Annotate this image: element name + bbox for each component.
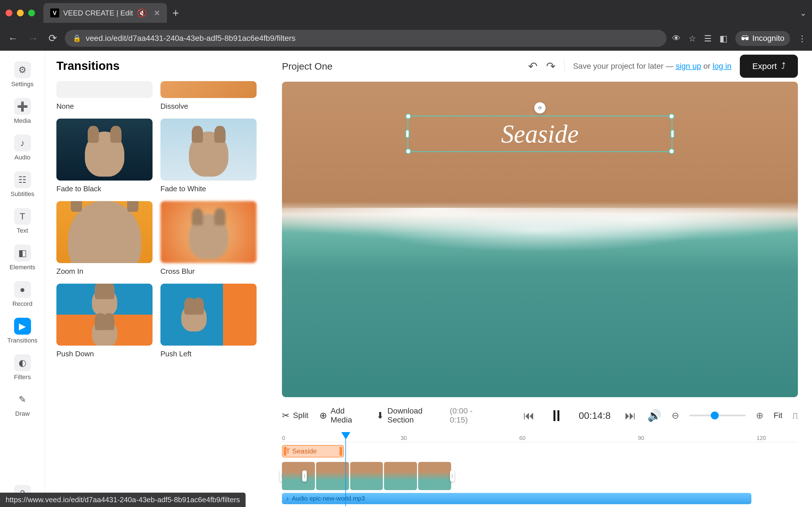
- video-clip-segment[interactable]: [316, 462, 349, 490]
- timeline[interactable]: 0 30 60 90 120 T Seaside | |: [268, 428, 812, 507]
- sidebar-item-audio[interactable]: ♪ Audio: [0, 129, 45, 166]
- clip-handle-right[interactable]: [340, 447, 342, 456]
- incognito-badge[interactable]: 🕶 Incognito: [735, 31, 790, 46]
- transition-cross-blur[interactable]: Cross Blur: [160, 201, 257, 276]
- resize-handle-tr[interactable]: [669, 114, 674, 119]
- fit-button[interactable]: Fit: [774, 411, 782, 420]
- transition-push-left[interactable]: Push Left: [160, 284, 257, 358]
- tab-title: VEED CREATE | Edit: [63, 9, 133, 17]
- transitions-icon: ▶: [14, 318, 31, 335]
- sidebar-label: Text: [17, 227, 28, 234]
- mute-tab-icon[interactable]: 🔇: [137, 8, 147, 18]
- new-tab-button[interactable]: +: [172, 7, 179, 19]
- side-panel-icon[interactable]: ◧: [719, 34, 727, 43]
- transition-thumb: [160, 81, 257, 98]
- reading-list-icon[interactable]: ☰: [704, 34, 712, 43]
- address-bar[interactable]: 🔒 veed.io/edit/d7aa4431-240a-43eb-adf5-8…: [65, 30, 666, 47]
- sidebar-item-draw[interactable]: ✎ Draw: [0, 386, 45, 422]
- video-clip-handle[interactable]: |: [302, 470, 307, 482]
- skip-back-button[interactable]: ⏮: [523, 409, 535, 422]
- export-button[interactable]: Export ⤴: [740, 55, 798, 78]
- transition-fade-black[interactable]: Fade to Black: [56, 119, 153, 193]
- sidebar-item-text[interactable]: T Text: [0, 203, 45, 239]
- transition-fade-white[interactable]: Fade to White: [160, 119, 257, 193]
- incognito-label: Incognito: [752, 34, 784, 43]
- sidebar-item-elements[interactable]: ◧ Elements: [0, 239, 45, 276]
- download-section-button[interactable]: ⬇ Download Section (0:00 - 0:15): [376, 406, 490, 425]
- resize-handle-mr[interactable]: [670, 129, 674, 138]
- subtitles-icon: ☷: [14, 171, 31, 188]
- forward-button[interactable]: →: [26, 30, 41, 47]
- scissors-icon: ✂: [282, 410, 290, 421]
- video-clip-handle-end[interactable]: |: [450, 470, 455, 482]
- video-clip-segment[interactable]: [282, 462, 315, 490]
- transition-dissolve[interactable]: Dissolve: [160, 81, 257, 111]
- close-tab-icon[interactable]: ✕: [154, 8, 160, 18]
- reload-button[interactable]: ⟳: [46, 30, 59, 47]
- sidebar-item-filters[interactable]: ◐ Filters: [0, 349, 45, 386]
- signup-link[interactable]: sign up: [676, 62, 701, 70]
- bookmark-icon[interactable]: ☆: [689, 34, 696, 43]
- split-button[interactable]: ✂ Split: [282, 410, 308, 421]
- sidebar-item-settings[interactable]: ⚙ Settings: [0, 56, 45, 93]
- resize-handle-bl[interactable]: [405, 149, 411, 154]
- zoom-in-button[interactable]: ⊕: [756, 410, 763, 421]
- text-overlay-frame[interactable]: ⟳ Seaside: [407, 115, 672, 152]
- undo-button[interactable]: ↶: [528, 60, 538, 73]
- transition-push-down[interactable]: Push Down: [56, 284, 153, 358]
- filters-icon: ◐: [14, 354, 31, 371]
- redo-button[interactable]: ↷: [546, 60, 556, 73]
- volume-button[interactable]: 🔊: [647, 409, 661, 422]
- sidebar-item-subtitles[interactable]: ☷ Subtitles: [0, 166, 45, 203]
- resize-handle-br[interactable]: [669, 149, 674, 154]
- video-clip-segment[interactable]: [350, 462, 383, 490]
- sidebar-item-record[interactable]: ● Record: [0, 276, 45, 313]
- zoom-slider-thumb[interactable]: [711, 411, 719, 419]
- transition-zoom-in[interactable]: Zoom In: [56, 201, 153, 276]
- transition-label: Cross Blur: [160, 267, 257, 276]
- clip-handle-left[interactable]: [284, 447, 287, 456]
- sidebar-label: Settings: [11, 80, 34, 88]
- menu-icon[interactable]: ⋮: [798, 34, 806, 43]
- add-media-button[interactable]: ⊕ Add Media: [319, 406, 365, 425]
- video-track[interactable]: | | |: [282, 462, 452, 490]
- sidebar-label: Subtitles: [10, 190, 34, 198]
- rotate-handle[interactable]: ⟳: [534, 102, 546, 114]
- video-clip-segment[interactable]: [418, 462, 451, 490]
- sidebar-label: Filters: [14, 374, 31, 381]
- browser-tab[interactable]: V VEED CREATE | Edit 🔇 ✕: [43, 3, 167, 23]
- pause-button[interactable]: ⏸: [549, 406, 564, 425]
- waveform-toggle-icon[interactable]: ⎍: [793, 410, 798, 421]
- playhead[interactable]: [341, 432, 350, 439]
- url-text: veed.io/edit/d7aa4431-240a-43eb-adf5-8b9…: [86, 34, 296, 43]
- project-name[interactable]: Project One: [282, 61, 333, 72]
- resize-handle-tl[interactable]: [405, 114, 411, 119]
- panel-title: Transitions: [56, 59, 257, 73]
- sidebar-item-media[interactable]: ➕ Media: [0, 93, 45, 129]
- transition-thumb: [160, 284, 257, 346]
- text-overlay-content[interactable]: Seaside: [501, 119, 579, 149]
- minimize-window-button[interactable]: [17, 10, 24, 16]
- download-section-label: Download Section: [388, 406, 446, 425]
- download-icon: ⬇: [376, 410, 384, 421]
- login-link[interactable]: log in: [712, 62, 731, 70]
- zoom-slider[interactable]: [689, 414, 746, 416]
- video-clip-segment[interactable]: [384, 462, 417, 490]
- zoom-out-button[interactable]: ⊖: [672, 410, 679, 421]
- text-track[interactable]: T Seaside: [282, 445, 798, 459]
- transition-thumb: [56, 284, 153, 346]
- video-canvas[interactable]: ⟳ Seaside: [282, 82, 798, 397]
- tab-overflow-icon[interactable]: ⌄: [800, 8, 806, 18]
- transition-label: Fade to White: [160, 184, 257, 193]
- text-clip[interactable]: T Seaside: [282, 445, 344, 457]
- transition-none[interactable]: None: [56, 81, 153, 111]
- timeline-ruler[interactable]: 0 30 60 90 120: [282, 431, 798, 442]
- maximize-window-button[interactable]: [28, 10, 35, 16]
- close-window-button[interactable]: [6, 10, 12, 16]
- audio-clip[interactable]: ♪ Audio epic-new-world.mp3: [282, 493, 751, 504]
- sidebar-item-transitions[interactable]: ▶ Transitions: [0, 313, 45, 349]
- skip-forward-button[interactable]: ⏭: [625, 409, 636, 422]
- back-button[interactable]: ←: [6, 30, 20, 47]
- eye-off-icon[interactable]: 👁: [672, 34, 680, 43]
- resize-handle-ml[interactable]: [405, 129, 409, 138]
